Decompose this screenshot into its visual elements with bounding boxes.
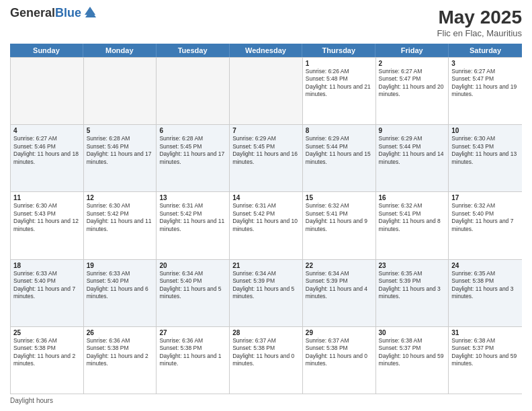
day-info: Sunrise: 6:33 AM Sunset: 5:40 PM Dayligh… [87, 270, 154, 301]
calendar-cell: 5Sunrise: 6:28 AM Sunset: 5:46 PM Daylig… [84, 125, 157, 191]
calendar-cell: 12Sunrise: 6:30 AM Sunset: 5:42 PM Dayli… [84, 192, 157, 259]
day-info: Sunrise: 6:31 AM Sunset: 5:42 PM Dayligh… [232, 202, 300, 233]
logo-icon [83, 5, 97, 19]
page-subtitle: Flic en Flac, Mauritius [437, 28, 522, 38]
calendar-header-cell: Wednesday [230, 44, 303, 57]
day-info: Sunrise: 6:37 AM Sunset: 5:38 PM Dayligh… [306, 337, 373, 368]
calendar-cell: 26Sunrise: 6:36 AM Sunset: 5:38 PM Dayli… [84, 327, 157, 394]
calendar-header-cell: Saturday [449, 44, 522, 57]
day-info: Sunrise: 6:34 AM Sunset: 5:39 PM Dayligh… [306, 270, 373, 301]
footer-note: Daylight hours [10, 397, 522, 404]
calendar-row: 25Sunrise: 6:36 AM Sunset: 5:38 PM Dayli… [11, 327, 522, 394]
calendar-cell [84, 58, 157, 124]
calendar-cell: 30Sunrise: 6:38 AM Sunset: 5:37 PM Dayli… [376, 327, 449, 394]
day-info: Sunrise: 6:29 AM Sunset: 5:44 PM Dayligh… [379, 135, 446, 166]
day-number: 17 [451, 194, 519, 201]
calendar-header-cell: Tuesday [157, 44, 230, 57]
calendar-cell [11, 58, 84, 124]
day-info: Sunrise: 6:28 AM Sunset: 5:46 PM Dayligh… [87, 135, 154, 166]
calendar-cell: 2Sunrise: 6:27 AM Sunset: 5:47 PM Daylig… [376, 58, 449, 124]
calendar: SundayMondayTuesdayWednesdayThursdayFrid… [10, 44, 522, 394]
calendar-cell: 17Sunrise: 6:32 AM Sunset: 5:40 PM Dayli… [449, 192, 522, 259]
day-number: 14 [232, 194, 300, 201]
day-info: Sunrise: 6:35 AM Sunset: 5:39 PM Dayligh… [379, 270, 446, 301]
calendar-cell: 7Sunrise: 6:29 AM Sunset: 5:45 PM Daylig… [230, 125, 303, 191]
day-info: Sunrise: 6:38 AM Sunset: 5:37 PM Dayligh… [379, 337, 446, 368]
calendar-cell [230, 58, 303, 124]
logo: GeneralBlue [10, 7, 97, 20]
day-number: 7 [232, 127, 300, 134]
calendar-cell: 11Sunrise: 6:30 AM Sunset: 5:43 PM Dayli… [11, 192, 84, 259]
day-number: 23 [379, 262, 446, 269]
calendar-cell: 24Sunrise: 6:35 AM Sunset: 5:38 PM Dayli… [449, 260, 522, 326]
calendar-cell: 29Sunrise: 6:37 AM Sunset: 5:38 PM Dayli… [303, 327, 376, 394]
day-number: 6 [159, 127, 226, 134]
day-info: Sunrise: 6:36 AM Sunset: 5:38 PM Dayligh… [159, 337, 226, 368]
calendar-body: 1Sunrise: 6:26 AM Sunset: 5:48 PM Daylig… [10, 57, 522, 394]
day-number: 4 [13, 127, 81, 134]
day-number: 25 [13, 329, 81, 336]
day-info: Sunrise: 6:27 AM Sunset: 5:47 PM Dayligh… [451, 68, 519, 99]
day-number: 26 [87, 329, 154, 336]
day-number: 5 [87, 127, 154, 134]
day-number: 20 [159, 262, 226, 269]
day-info: Sunrise: 6:38 AM Sunset: 5:37 PM Dayligh… [451, 337, 519, 368]
day-info: Sunrise: 6:32 AM Sunset: 5:41 PM Dayligh… [379, 202, 446, 233]
calendar-header-cell: Thursday [302, 44, 375, 57]
calendar-header: SundayMondayTuesdayWednesdayThursdayFrid… [10, 44, 522, 57]
day-info: Sunrise: 6:30 AM Sunset: 5:42 PM Dayligh… [87, 202, 154, 233]
day-number: 8 [306, 127, 373, 134]
page: GeneralBlue May 2025 Flic en Flac, Mauri… [0, 0, 532, 411]
day-info: Sunrise: 6:29 AM Sunset: 5:44 PM Dayligh… [306, 135, 373, 166]
day-info: Sunrise: 6:27 AM Sunset: 5:46 PM Dayligh… [13, 135, 81, 166]
day-info: Sunrise: 6:27 AM Sunset: 5:47 PM Dayligh… [379, 68, 446, 99]
day-info: Sunrise: 6:31 AM Sunset: 5:42 PM Dayligh… [159, 202, 226, 233]
calendar-cell: 25Sunrise: 6:36 AM Sunset: 5:38 PM Dayli… [11, 327, 84, 394]
day-info: Sunrise: 6:34 AM Sunset: 5:40 PM Dayligh… [159, 270, 226, 301]
day-info: Sunrise: 6:34 AM Sunset: 5:39 PM Dayligh… [232, 270, 300, 301]
calendar-cell: 20Sunrise: 6:34 AM Sunset: 5:40 PM Dayli… [157, 260, 230, 326]
day-info: Sunrise: 6:26 AM Sunset: 5:48 PM Dayligh… [306, 68, 373, 99]
day-number: 31 [451, 329, 519, 336]
day-number: 29 [306, 329, 373, 336]
day-info: Sunrise: 6:33 AM Sunset: 5:40 PM Dayligh… [13, 270, 81, 301]
calendar-cell: 27Sunrise: 6:36 AM Sunset: 5:38 PM Dayli… [157, 327, 230, 394]
calendar-cell: 4Sunrise: 6:27 AM Sunset: 5:46 PM Daylig… [11, 125, 84, 191]
calendar-cell [157, 58, 230, 124]
title-block: May 2025 Flic en Flac, Mauritius [437, 7, 522, 38]
day-info: Sunrise: 6:30 AM Sunset: 5:43 PM Dayligh… [13, 202, 81, 233]
day-number: 28 [232, 329, 300, 336]
day-number: 15 [306, 194, 373, 201]
day-number: 9 [379, 127, 446, 134]
calendar-header-cell: Sunday [10, 44, 83, 57]
calendar-cell: 3Sunrise: 6:27 AM Sunset: 5:47 PM Daylig… [449, 58, 522, 124]
day-number: 30 [379, 329, 446, 336]
day-number: 3 [451, 60, 519, 67]
calendar-cell: 22Sunrise: 6:34 AM Sunset: 5:39 PM Dayli… [303, 260, 376, 326]
day-info: Sunrise: 6:32 AM Sunset: 5:40 PM Dayligh… [451, 202, 519, 233]
day-number: 18 [13, 262, 81, 269]
calendar-cell: 1Sunrise: 6:26 AM Sunset: 5:48 PM Daylig… [303, 58, 376, 124]
day-info: Sunrise: 6:37 AM Sunset: 5:38 PM Dayligh… [232, 337, 300, 368]
page-title: May 2025 [437, 7, 522, 28]
header: GeneralBlue May 2025 Flic en Flac, Mauri… [10, 7, 522, 38]
day-number: 1 [306, 60, 373, 67]
day-number: 22 [306, 262, 373, 269]
day-info: Sunrise: 6:36 AM Sunset: 5:38 PM Dayligh… [87, 337, 154, 368]
day-info: Sunrise: 6:30 AM Sunset: 5:43 PM Dayligh… [451, 135, 519, 166]
day-number: 16 [379, 194, 446, 201]
daylight-label: Daylight hours [10, 397, 53, 404]
calendar-cell: 10Sunrise: 6:30 AM Sunset: 5:43 PM Dayli… [449, 125, 522, 191]
day-number: 21 [232, 262, 300, 269]
calendar-row: 11Sunrise: 6:30 AM Sunset: 5:43 PM Dayli… [11, 192, 522, 259]
calendar-cell: 13Sunrise: 6:31 AM Sunset: 5:42 PM Dayli… [157, 192, 230, 259]
calendar-cell: 21Sunrise: 6:34 AM Sunset: 5:39 PM Dayli… [230, 260, 303, 326]
calendar-cell: 9Sunrise: 6:29 AM Sunset: 5:44 PM Daylig… [376, 125, 449, 191]
day-number: 24 [451, 262, 519, 269]
calendar-header-cell: Friday [375, 44, 449, 57]
calendar-cell: 18Sunrise: 6:33 AM Sunset: 5:40 PM Dayli… [11, 260, 84, 326]
calendar-row: 1Sunrise: 6:26 AM Sunset: 5:48 PM Daylig… [11, 58, 522, 125]
day-info: Sunrise: 6:32 AM Sunset: 5:41 PM Dayligh… [306, 202, 373, 233]
calendar-row: 18Sunrise: 6:33 AM Sunset: 5:40 PM Dayli… [11, 260, 522, 327]
calendar-cell: 8Sunrise: 6:29 AM Sunset: 5:44 PM Daylig… [303, 125, 376, 191]
